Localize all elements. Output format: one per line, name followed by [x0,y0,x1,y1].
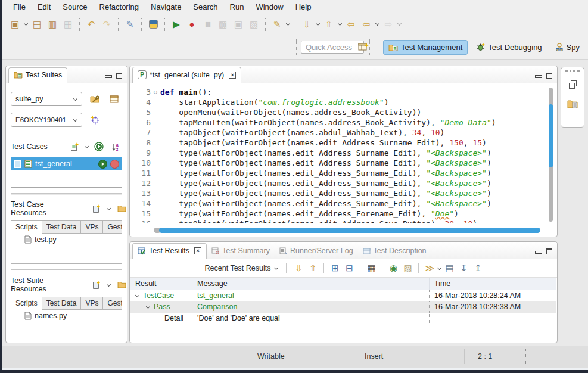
menu-window[interactable]: Window [250,1,289,13]
tab-test-summary[interactable]: Test Summary [207,244,275,259]
vp-results-icon[interactable]: ▨ [401,262,414,275]
code-line-12[interactable]: 12 type(waitForObject(names.edit_Address… [130,178,556,188]
maximize-icon[interactable] [546,73,552,79]
inspect-icon[interactable]: ✎ [270,18,284,31]
test-suites-minimized-icon[interactable] [565,96,580,111]
tab-test-description[interactable]: Test Description [358,244,431,259]
previous-failure-icon[interactable]: ⇧ [306,262,319,275]
expand-chevron-icon[interactable] [146,305,150,309]
folder-icon[interactable] [115,202,128,215]
code-line-11[interactable]: 11 type(waitForObject(names.edit_Address… [130,168,556,178]
windows-icon[interactable]: ▧ [247,18,260,31]
tab-tst-general-editor[interactable]: P *tst_general (suite_py) × [132,67,241,83]
code-editor[interactable]: 3⊖def main():4 startApplication("com.fro… [130,83,556,223]
chevron-down-icon[interactable] [24,22,28,26]
quick-access-input[interactable] [301,41,364,54]
file-row[interactable]: names.py [24,312,122,320]
save-results-icon[interactable]: ▤ [443,262,456,275]
new-resource-icon[interactable] [89,278,102,291]
close-icon[interactable]: × [194,247,201,254]
perspective-test-debugging[interactable]: Test Debugging [471,41,546,54]
perspective-spy[interactable]: Spy [550,41,584,54]
code-line-10[interactable]: 10 type(waitForObject(names.edit_Address… [130,158,556,168]
scrollbar-thumb[interactable] [159,228,540,233]
tab-test-results[interactable]: Test Results × [132,243,207,259]
maximize-icon[interactable] [546,248,552,254]
chevron-down-icon[interactable] [437,266,441,271]
object-picker-icon[interactable]: ✎ [123,18,136,31]
minimize-icon[interactable] [535,249,542,254]
launch-aut-icon[interactable]: ▶ [170,18,183,31]
tab-vps[interactable]: VPs [81,220,103,234]
column-result[interactable]: Result [130,278,192,290]
editor-vertical-scrollbar[interactable] [549,88,553,222]
import-results-icon[interactable]: ↥ [471,262,484,275]
menu-search[interactable]: Search [187,1,223,13]
suite-settings-icon[interactable] [88,92,101,105]
redo-icon[interactable]: ↷ [100,18,113,31]
code-line-7[interactable]: 7 tapObject(waitForObject(names.abdul_Wa… [130,128,556,138]
chevron-down-icon[interactable] [107,207,111,211]
menu-refactoring[interactable]: Refactoring [94,1,145,13]
suite-select[interactable]: suite_py [11,92,82,106]
tab-gestures[interactable]: Gestures [103,297,122,310]
chevron-down-icon[interactable] [316,22,320,26]
restore-view-icon[interactable] [565,76,580,92]
result-row-testcase[interactable]: TestCasetst_general16-Mar-2018 10:28:24 … [130,290,556,301]
chevron-down-icon[interactable] [107,283,111,287]
collapse-all-icon[interactable]: ⊟ [343,262,356,275]
tab-test-data[interactable]: Test Data [42,220,82,234]
tab-scripts[interactable]: Scripts [11,297,42,310]
menu-help[interactable]: Help [290,1,318,13]
pause-icon[interactable]: ▮▮ [201,18,214,31]
snapshot-icon[interactable]: ▣ [232,18,245,31]
device-select[interactable]: E6OKCY190401 [11,113,82,127]
sash[interactable] [11,269,122,271]
next-failure-icon[interactable]: ⇩ [292,262,305,275]
column-message[interactable]: Message [192,278,430,290]
code-line-13[interactable]: 13 type(waitForObject(names.edit_Address… [130,188,556,198]
back-icon[interactable]: ⇦ [360,18,373,31]
code-line-14[interactable]: 14 type(waitForObject(names.edit_Address… [130,198,556,209]
minimize-icon[interactable] [535,73,542,79]
code-line-4[interactable]: 4 startApplication("com.froglogic.addres… [130,97,556,107]
tab-test-data[interactable]: Test Data [42,297,82,310]
expand-all-icon[interactable]: ⊞ [328,262,341,275]
run-test-suite-icon[interactable] [92,140,105,153]
menu-navigate[interactable]: Navigate [145,1,187,13]
run-test-case-icon[interactable] [98,160,107,169]
filter-icon[interactable]: ≫ [423,262,436,275]
drag-handle[interactable] [565,70,580,72]
minimize-icon[interactable] [105,73,111,79]
import-resource-icon[interactable]: ▥ [46,18,59,31]
sort-az-icon[interactable]: a z [109,140,122,153]
new-test-case-icon[interactable] [68,140,81,153]
undo-icon[interactable]: ↶ [85,18,98,31]
code-line-15[interactable]: 15 type(waitForObject(names.edit_Address… [130,209,556,219]
column-time[interactable]: Time [430,278,556,290]
vp-compare-icon[interactable]: ◉ [387,262,400,275]
previous-annotation-icon[interactable]: ⇧ [322,18,335,31]
device-config-icon[interactable] [88,113,101,126]
new-test-suite-icon[interactable]: ▣ [8,18,21,31]
python-console-icon[interactable] [147,18,160,31]
menu-source[interactable]: Source [57,1,93,13]
test-case-checkbox[interactable] [14,160,21,168]
close-icon[interactable]: × [229,72,236,79]
code-line-16[interactable]: 16 tapObject(waitForObject(names.edit_Ad… [130,219,556,223]
perspective-test-management[interactable]: Test Management [383,40,468,55]
editor-horizontal-scrollbar[interactable] [154,228,540,233]
last-edit-location-icon[interactable]: ⇦ [344,18,357,31]
new-resource-icon[interactable] [89,202,102,215]
record-icon[interactable]: ● [185,18,198,31]
scrollbar-thumb[interactable] [549,104,553,167]
chevron-down-icon[interactable] [375,22,379,26]
tab-test-suites[interactable]: Test Suites [8,67,67,83]
sash[interactable] [11,193,122,195]
forward-icon[interactable]: ⇨ [382,18,395,31]
new-test-case-icon[interactable]: ▤ [30,18,43,31]
menu-run[interactable]: Run [224,1,250,13]
expand-chevron-icon[interactable] [135,294,139,298]
tab-runner-server-log[interactable]: Runner/Server Log [275,244,358,259]
next-annotation-icon[interactable]: ⇩ [300,18,313,31]
